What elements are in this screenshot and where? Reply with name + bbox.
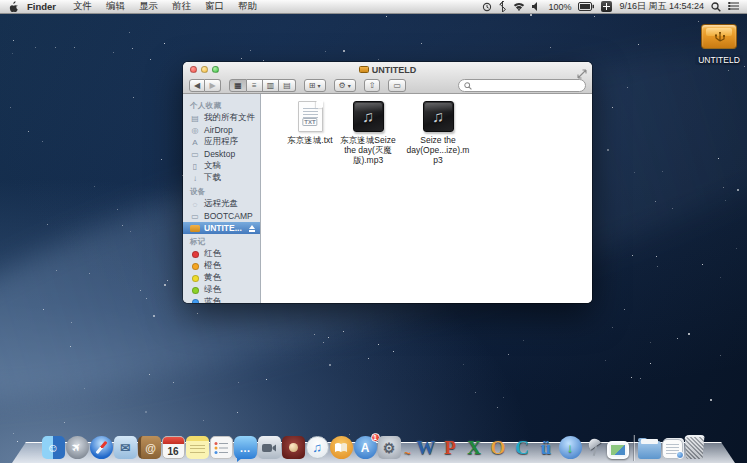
excel-dock-icon[interactable]: X <box>463 436 486 459</box>
file-list-area[interactable]: TXT东京迷城.txt♫东京迷城Seize the day(灭魔版).mp3♫S… <box>261 94 592 303</box>
menu-item-0[interactable]: 文件 <box>66 0 99 11</box>
notification-center-icon[interactable] <box>728 2 739 11</box>
stack-badge <box>676 451 684 459</box>
mini-app-dock-icon[interactable]: ~ <box>402 447 414 459</box>
reminders-dock-icon[interactable] <box>210 436 233 459</box>
time-machine-icon[interactable] <box>482 2 492 12</box>
contacts-dock-icon[interactable]: @ <box>138 436 161 459</box>
sidebar-item-蓝色[interactable]: 蓝色 <box>183 296 260 303</box>
desktop-usb-volume[interactable]: UNTITELD <box>694 24 744 67</box>
star <box>723 187 724 188</box>
menu-item-4[interactable]: 窗口 <box>198 0 231 11</box>
star <box>266 379 267 380</box>
calendar-dock-icon[interactable]: 16 <box>162 436 185 459</box>
notes-dock-icon[interactable] <box>186 436 209 459</box>
launchpad-dock-icon-glyph: ✈ <box>69 440 85 456</box>
sidebar-item-橙色[interactable]: 橙色 <box>183 260 260 272</box>
downloader-dock-icon[interactable]: ↓ <box>559 436 582 459</box>
window-title: UNTITELD <box>372 65 417 75</box>
active-app-name[interactable]: Finder <box>27 1 56 12</box>
file-txt[interactable]: TXT东京迷城.txt <box>277 101 343 145</box>
sidebar-item-AirDrop[interactable]: ◎AirDrop <box>183 124 260 136</box>
app-store-dock-icon-glyph: A <box>361 441 370 455</box>
star <box>343 50 345 52</box>
itunes-dock-icon[interactable]: ♫ <box>306 436 329 459</box>
menu-bar: Finder 文件编辑显示前往窗口帮助 100% 9/16日 周五 14:54:… <box>0 0 747 14</box>
sidebar-item-远程光盘[interactable]: ◌远程光盘 <box>183 198 260 210</box>
sidebar-item-下载[interactable]: ↓下载 <box>183 172 260 184</box>
blue-tag-icon <box>192 299 199 304</box>
apple-icon[interactable] <box>7 1 19 13</box>
outlook-dock-icon[interactable]: O <box>487 436 510 459</box>
sidebar-item-绿色[interactable]: 绿色 <box>183 284 260 296</box>
mp3-file-icon: ♫ <box>423 101 454 132</box>
finder-dock-icon[interactable]: ☺ <box>42 436 65 459</box>
trash-dock-icon[interactable] <box>684 435 706 459</box>
menu-bar-clock[interactable]: 9/16日 周五 14:54:24 <box>619 0 704 13</box>
forward-button[interactable]: ▶ <box>205 79 221 92</box>
sidebar-item-label: 应用程序 <box>204 136 238 148</box>
downloads-folder-dock-icon[interactable] <box>638 441 661 459</box>
photo-booth-dock-icon[interactable] <box>282 436 305 459</box>
back-button[interactable]: ◀ <box>189 79 205 92</box>
system-preferences-dock-icon[interactable]: ⚙ <box>378 436 401 459</box>
word-dock-icon[interactable]: W <box>415 436 438 459</box>
window-chrome[interactable]: UNTITELD ◀ ▶ ▦≡▥▤ ⊞▾ ⚙▾ ⇧ ▭ <box>183 62 592 94</box>
sidebar-item-UNTITE...[interactable]: UNTITE... <box>183 222 260 234</box>
star <box>149 374 150 375</box>
coverflow-view-button[interactable]: ▤ <box>279 79 296 92</box>
star <box>640 378 641 379</box>
battery-icon[interactable] <box>578 2 594 11</box>
sidebar-item-红色[interactable]: 红色 <box>183 248 260 260</box>
star <box>238 382 239 383</box>
icon-view-button[interactable]: ▦ <box>229 79 247 92</box>
sidebar-section-header: 个人收藏 <box>183 98 260 112</box>
eject-icon[interactable] <box>248 225 256 232</box>
spotlight-icon[interactable] <box>711 2 721 12</box>
menu-item-2[interactable]: 显示 <box>132 0 165 11</box>
fullscreen-icon[interactable] <box>577 65 587 75</box>
sidebar-item-黄色[interactable]: 黄色 <box>183 272 260 284</box>
search-field[interactable] <box>458 79 586 92</box>
action-gear-button[interactable]: ⚙▾ <box>334 79 356 92</box>
messages-dock-icon[interactable]: … <box>234 436 257 459</box>
facetime-dock-icon[interactable] <box>258 436 281 459</box>
menu-item-3[interactable]: 前往 <box>165 0 198 11</box>
messenger-dock-icon[interactable]: ü <box>535 436 558 459</box>
menu-item-5[interactable]: 帮助 <box>231 0 264 11</box>
sidebar-item-BOOTCAMP[interactable]: ▭BOOTCAMP <box>183 210 260 222</box>
wifi-icon[interactable] <box>513 2 525 11</box>
file-mp3[interactable]: ♫Seize the day(Ope...ize).mp3 <box>405 101 471 165</box>
search-input[interactable] <box>475 80 580 90</box>
remote-desktop-dock-icon[interactable] <box>583 436 606 459</box>
share-button[interactable]: ⇧ <box>364 79 381 92</box>
sidebar-item-应用程序[interactable]: A应用程序 <box>183 136 260 148</box>
green-tag-icon <box>192 287 199 294</box>
communicator-dock-icon[interactable]: C <box>511 436 534 459</box>
quick-look-button[interactable]: ▭ <box>388 79 406 92</box>
book-app-dock-icon[interactable] <box>330 436 353 459</box>
volume-icon[interactable] <box>532 2 541 11</box>
system-preferences-dock-icon-glyph: ⚙ <box>383 440 396 456</box>
safari-dock-icon[interactable] <box>90 436 113 459</box>
mail-dock-icon[interactable]: ✉ <box>114 436 137 459</box>
documents-stack-dock-icon[interactable] <box>662 439 683 459</box>
menu-item-1[interactable]: 编辑 <box>99 0 132 11</box>
bluetooth-icon[interactable] <box>499 1 506 12</box>
star <box>164 284 166 286</box>
app-store-dock-icon[interactable]: A1 <box>354 436 377 459</box>
star <box>655 201 656 202</box>
sidebar-item-我的所有文件[interactable]: ▤我的所有文件 <box>183 112 260 124</box>
input-method-icon[interactable] <box>601 1 612 12</box>
document-connection-dock-icon[interactable] <box>607 441 629 459</box>
list-view-button[interactable]: ≡ <box>247 79 263 92</box>
launchpad-dock-icon[interactable]: ✈ <box>66 436 89 459</box>
sidebar-item-Desktop[interactable]: ▭Desktop <box>183 148 260 160</box>
powerpoint-dock-icon[interactable]: P <box>439 436 462 459</box>
column-view-button[interactable]: ▥ <box>263 79 280 92</box>
dock-divider <box>630 433 637 459</box>
file-mp3[interactable]: ♫东京迷城Seize the day(灭魔版).mp3 <box>335 101 401 165</box>
sidebar-item-文稿[interactable]: ▯文稿 <box>183 160 260 172</box>
txt-lines <box>303 108 318 118</box>
arrange-button[interactable]: ⊞▾ <box>304 79 326 92</box>
